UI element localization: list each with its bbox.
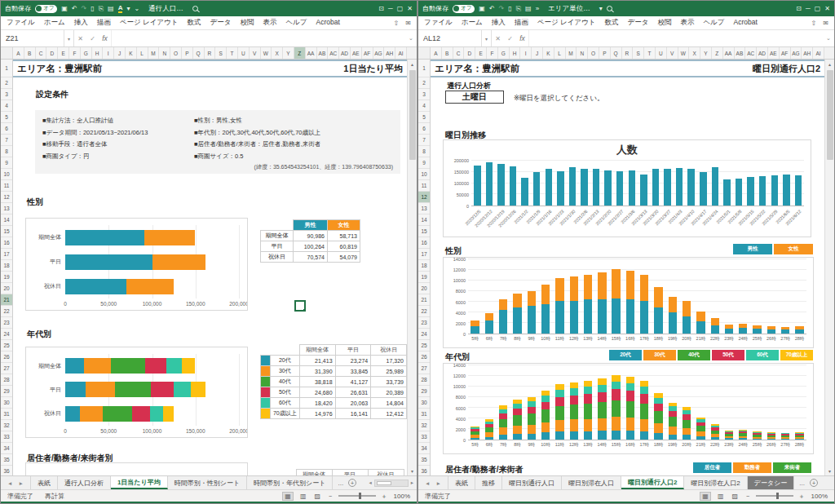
menu-tab-ページ レイアウト[interactable]: ページ レイアウト — [120, 18, 179, 28]
column-header-AA[interactable]: AA — [723, 47, 735, 59]
value-cell[interactable]: 20,063 — [335, 398, 371, 409]
value-cell[interactable]: 58,713 — [328, 231, 360, 241]
menu-tab-数式[interactable]: 数式 — [604, 18, 618, 28]
page-break-view-icon[interactable]: ▨ — [312, 493, 322, 500]
value-cell[interactable]: 100,264 — [294, 241, 328, 252]
column-header-G[interactable]: G — [81, 47, 92, 59]
formula-bar-expand-icon[interactable]: ⌄ — [823, 30, 834, 46]
fill-color-dropdown-icon[interactable]: ▾ — [126, 6, 130, 12]
tab-scroll-right-icon[interactable]: ► — [435, 480, 440, 486]
formula-input[interactable] — [529, 30, 823, 46]
sheet-tab-表紙[interactable]: 表紙 — [448, 476, 475, 489]
scrollbar-thumb[interactable] — [827, 70, 833, 160]
column-header-X[interactable]: X — [272, 47, 283, 59]
menu-tab-Acrobat[interactable]: Acrobat — [316, 18, 339, 28]
legend-button-40代[interactable]: 40代 — [678, 350, 710, 360]
row-header-2[interactable]: 2 — [1, 77, 12, 89]
menu-tab-ファイル[interactable]: ファイル — [424, 18, 453, 28]
table-header-cell[interactable] — [270, 345, 299, 356]
value-cell[interactable]: 33,739 — [371, 377, 407, 387]
column-header-M[interactable]: M — [566, 47, 577, 59]
row-header-28[interactable]: 28 — [418, 374, 430, 386]
zoom-slider[interactable] — [756, 495, 793, 497]
table-header-cell[interactable]: 祝休日 — [371, 345, 407, 356]
zoom-level[interactable]: 100% — [392, 493, 410, 500]
menu-tab-表示[interactable]: 表示 — [263, 18, 276, 28]
column-header-AE[interactable]: AE — [351, 47, 362, 59]
table-header-cell[interactable]: 男性 — [294, 220, 328, 231]
column-header-O[interactable]: O — [170, 47, 182, 59]
column-header-Z[interactable]: Z — [712, 47, 723, 59]
vertical-scrollbar[interactable]: ▴ ▾ — [407, 60, 417, 475]
row-header-9[interactable]: 9 — [418, 157, 430, 169]
row-header-19[interactable]: 19 — [418, 272, 430, 283]
hscroll-left-icon[interactable]: ◂ — [369, 480, 371, 486]
select-all-corner[interactable] — [1, 47, 13, 59]
column-header-T[interactable]: T — [644, 47, 656, 59]
value-cell[interactable]: 23,274 — [335, 356, 371, 366]
quick-access-overflow-icon[interactable]: » — [536, 6, 539, 12]
row-header-10[interactable]: 10 — [1, 169, 12, 180]
menu-tab-描画[interactable]: 描画 — [97, 18, 111, 28]
tab-scroll-left-icon[interactable]: ◄ — [7, 480, 12, 486]
value-cell[interactable]: 33,845 — [335, 366, 371, 377]
row-header-31[interactable]: 31 — [418, 409, 430, 420]
close-icon[interactable]: ✕ — [824, 6, 830, 12]
share-icon[interactable]: ⇧ — [811, 20, 817, 27]
row-header-12[interactable]: 12 — [1, 192, 12, 203]
legend-button-居住者[interactable]: 居住者 — [693, 462, 731, 473]
formula-input[interactable] — [112, 30, 405, 46]
column-header-A[interactable]: A — [13, 47, 24, 59]
zoom-in-icon[interactable]: ＋ — [381, 492, 387, 501]
value-cell[interactable]: 38,818 — [299, 377, 335, 387]
legend-button-来街者[interactable]: 来街者 — [773, 462, 811, 473]
row-label-cell[interactable]: 40代 — [270, 377, 299, 387]
row-header-20[interactable]: 20 — [418, 283, 430, 294]
row-header-14[interactable]: 14 — [1, 214, 12, 226]
column-header-AG[interactable]: AG — [791, 47, 802, 59]
row-header-25[interactable]: 25 — [418, 340, 430, 351]
row-header-6[interactable]: 6 — [1, 123, 12, 135]
zoom-slider-thumb[interactable] — [359, 493, 361, 499]
value-cell[interactable]: 31,390 — [299, 366, 335, 377]
insert-function-icon[interactable]: fx — [99, 30, 112, 46]
sheet-tab-表紙[interactable]: 表紙 — [30, 476, 58, 489]
minimize-icon[interactable]: ─ — [388, 6, 393, 12]
share-icon[interactable]: ⇧ — [394, 20, 400, 27]
table-header-cell[interactable]: 期間全体 — [299, 345, 335, 356]
column-header-I[interactable]: I — [520, 47, 532, 59]
scroll-up-icon[interactable]: ▴ — [828, 61, 831, 67]
column-header-B[interactable]: B — [442, 47, 453, 59]
column-header-AE[interactable]: AE — [768, 47, 780, 59]
undo-icon[interactable]: ↶ — [489, 6, 495, 12]
row-header-2[interactable]: 2 — [418, 77, 430, 89]
name-box[interactable]: AL12 — [418, 30, 482, 46]
hscroll-right-icon[interactable]: ▸ — [411, 480, 413, 486]
column-header-G[interactable]: G — [498, 47, 510, 59]
column-header-P[interactable]: P — [599, 47, 611, 59]
menu-tab-数式[interactable]: 数式 — [187, 18, 201, 28]
document-title[interactable]: エリア単位… — [548, 4, 590, 14]
column-header-S[interactable]: S — [633, 47, 644, 59]
column-header-R[interactable]: R — [622, 47, 634, 59]
row-header-33[interactable]: 33 — [1, 431, 12, 443]
table-header-cell[interactable]: 期間全体 — [296, 470, 332, 476]
sheet-canvas-right[interactable]: エリア名：豊洲駅前 曜日別通行人口2 通行人口分析 土曜日 ※曜日を選択してくだ… — [431, 60, 824, 475]
column-header-J[interactable]: J — [114, 47, 126, 59]
legend-button-女性[interactable]: 女性 — [774, 244, 813, 254]
row-header-16[interactable]: 16 — [418, 237, 430, 249]
row-header-30[interactable]: 30 — [418, 397, 430, 409]
zoom-in-icon[interactable]: ＋ — [798, 492, 805, 501]
horizontal-scrollbar[interactable]: ◂▸ — [365, 476, 417, 489]
table-header-cell[interactable]: 平日 — [335, 345, 371, 356]
value-cell[interactable]: 12,412 — [371, 409, 407, 419]
menu-tab-データ[interactable]: データ — [210, 18, 231, 28]
save-icon[interactable]: ▣ — [479, 6, 485, 12]
column-header-E[interactable]: E — [58, 47, 69, 59]
sheet-tab-時間帯別・性別シート[interactable]: 時間帯別・性別シート — [168, 476, 247, 489]
row-header-28[interactable]: 28 — [1, 374, 12, 386]
scroll-up-icon[interactable]: ▴ — [411, 61, 413, 67]
column-header-AI[interactable]: AI — [395, 47, 407, 59]
column-header-Z[interactable]: Z — [294, 47, 306, 59]
formula-bar-expand-icon[interactable]: ⌄ — [405, 30, 417, 46]
